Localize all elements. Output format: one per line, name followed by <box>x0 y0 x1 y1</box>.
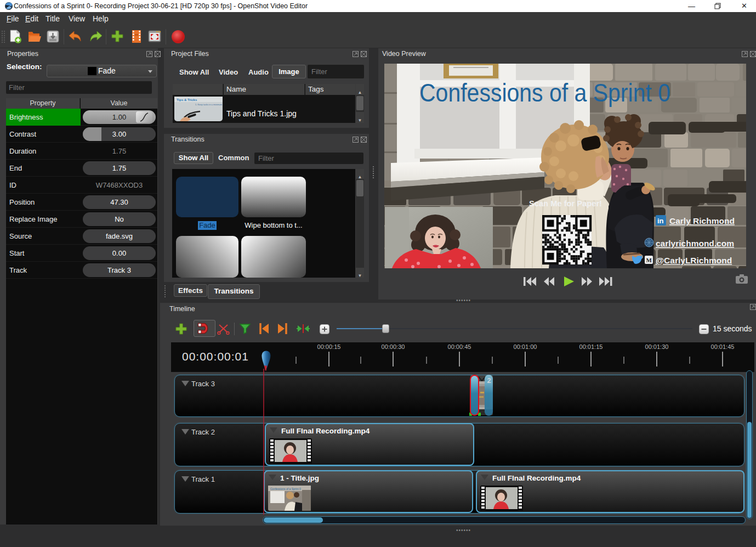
svg-text:Confessions of a Sprint 0: Confessions of a Sprint 0 <box>419 78 670 107</box>
svg-text:M: M <box>646 257 652 263</box>
svg-text:00:01:00: 00:01:00 <box>514 343 537 350</box>
svg-text:@CarlyLRichmond: @CarlyLRichmond <box>656 256 732 265</box>
svg-text:00:01:15: 00:01:15 <box>579 343 603 350</box>
svg-text:carlyrichmond.com: carlyrichmond.com <box>656 239 734 248</box>
svg-text:00:00:15: 00:00:15 <box>317 343 341 350</box>
svg-text:00:01:45: 00:01:45 <box>711 343 735 350</box>
svg-text:in: in <box>657 217 664 225</box>
svg-text:Carly Richmond: Carly Richmond <box>669 216 735 225</box>
svg-text:00:01:30: 00:01:30 <box>645 343 669 350</box>
svg-text:00:00:45: 00:00:45 <box>448 343 471 350</box>
svg-text:Confessions of a Sprint 0: Confessions of a Sprint 0 <box>270 487 301 490</box>
svg-text:1. Keep tasks in a minimum: 1. Keep tasks in a minimum <box>195 103 223 106</box>
svg-text:00:00:30: 00:00:30 <box>382 343 405 350</box>
svg-text:Scan Me for Paper!: Scan Me for Paper! <box>529 199 602 208</box>
svg-text:Tips & Tricks: Tips & Tricks <box>177 98 197 101</box>
